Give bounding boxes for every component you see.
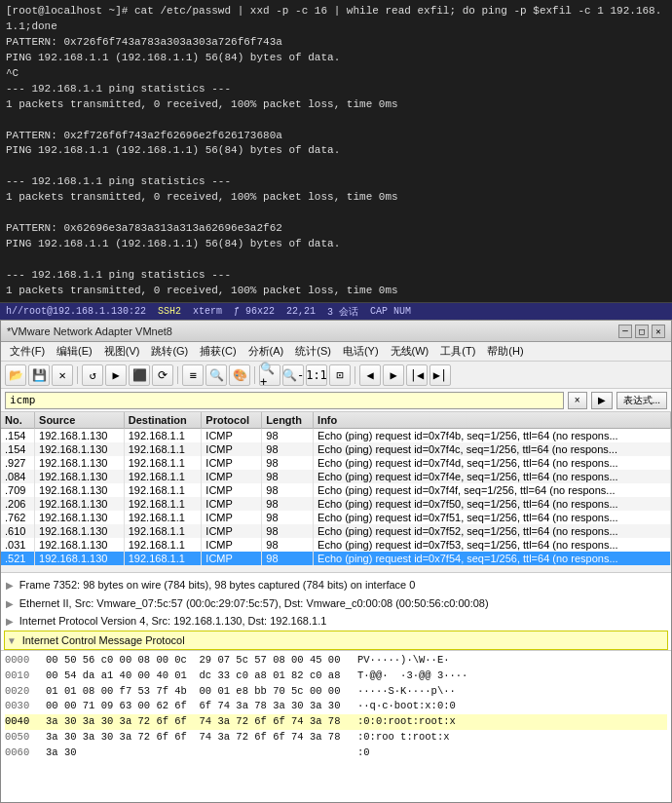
packet-list-header: No. Source Destination Protocol Length I… xyxy=(1,412,671,429)
toolbar-sep3 xyxy=(254,366,255,384)
minimize-button[interactable]: ─ xyxy=(618,325,632,338)
toolbar-sep4 xyxy=(355,366,355,384)
toolbar-filter[interactable]: 🔍 xyxy=(205,364,227,386)
filter-clear-button[interactable]: × xyxy=(568,392,587,409)
window-controls: ─ □ ✕ xyxy=(618,325,665,338)
table-row[interactable]: .521192.168.1.130192.168.1.1ICMP98Echo (… xyxy=(1,552,671,565)
toolbar-sep2 xyxy=(177,366,178,384)
hex-offset: 0060 xyxy=(5,746,46,761)
table-row[interactable]: .154192.168.1.130192.168.1.1ICMP98Echo (… xyxy=(1,442,671,456)
table-row[interactable]: .206192.168.1.130192.168.1.1ICMP98Echo (… xyxy=(1,497,671,511)
terminal-output: [root@localhost ~]# cat /etc/passwd | xx… xyxy=(0,0,672,302)
table-row[interactable]: .154192.168.1.130192.168.1.1ICMP98Echo (… xyxy=(1,429,671,443)
menu-item-9[interactable]: 工具(T) xyxy=(435,343,480,360)
menu-item-1[interactable]: 编辑(E) xyxy=(52,343,97,360)
toolbar-save[interactable]: 💾 xyxy=(28,364,50,386)
hex-ascii: :0:0:root:root:x xyxy=(357,714,456,730)
wireshark-menubar: 文件(F)编辑(E)视图(V)跳转(G)捕获(C)分析(A)统计(S)电话(Y)… xyxy=(1,342,671,362)
wireshark-filterbar: × ▶ 表达式... xyxy=(1,389,671,412)
hex-ascii: ··q·c·boot:x:0:0 xyxy=(357,699,456,714)
filter-input[interactable] xyxy=(5,392,564,409)
filter-expression-button[interactable]: 表达式... xyxy=(616,392,667,409)
wireshark-title: *VMware Network Adapter VMnet8 xyxy=(7,325,172,337)
table-row[interactable]: .927192.168.1.130192.168.1.1ICMP98Echo (… xyxy=(1,456,671,470)
toolbar-zoom-norm[interactable]: 1:1 xyxy=(306,364,327,386)
menu-item-2[interactable]: 视图(V) xyxy=(99,343,145,360)
hex-offset: 0030 xyxy=(5,699,46,714)
wireshark-window: *VMware Network Adapter VMnet8 ─ □ ✕ 文件(… xyxy=(0,320,672,803)
statusbar-sessions: 3 会话 xyxy=(327,305,358,319)
toolbar-capture[interactable]: ▶ xyxy=(105,364,127,386)
toolbar-zoom-in[interactable]: 🔍+ xyxy=(259,364,280,386)
hex-ascii: ·····S·K····p\·· xyxy=(357,684,456,700)
detail-item-1: ▶ Ethernet II, Src: Vmware_07:5c:57 (00:… xyxy=(4,594,668,613)
statusbar-size: ƒ 96x22 xyxy=(234,306,275,317)
col-protocol: Protocol xyxy=(202,412,262,429)
detail-item-2: ▶ Internet Protocol Version 4, Src: 192.… xyxy=(4,612,668,631)
toolbar-go-next[interactable]: ▶ xyxy=(383,364,404,386)
hex-row-2: 0020 01 01 08 00 f7 53 7f 4b 00 01 e8 bb… xyxy=(5,684,667,700)
menu-item-0[interactable]: 文件(F) xyxy=(5,343,50,360)
hex-ascii: :0:roo t:root:x xyxy=(357,730,450,746)
toolbar-go-first[interactable]: |◀ xyxy=(406,364,428,386)
hex-offset: 0040 xyxy=(5,714,46,730)
menu-item-7[interactable]: 电话(Y) xyxy=(338,343,384,360)
maximize-button[interactable]: □ xyxy=(635,325,649,338)
hex-row-3: 0030 00 00 71 09 63 00 62 6f 6f 74 3a 78… xyxy=(5,699,667,714)
hex-row-6: 0060 3a 30 :0 xyxy=(5,746,667,761)
hex-row-4: 0040 3a 30 3a 30 3a 72 6f 6f 74 3a 72 6f… xyxy=(5,714,667,730)
hex-bytes: 00 00 71 09 63 00 62 6f 6f 74 3a 78 3a 3… xyxy=(46,699,357,714)
toolbar-go-prev[interactable]: ◀ xyxy=(359,364,381,386)
toolbar-stop[interactable]: ⬛ xyxy=(129,364,150,386)
table-row[interactable]: .031192.168.1.130192.168.1.1ICMP98Echo (… xyxy=(1,538,671,552)
toolbar-open[interactable]: 📂 xyxy=(5,364,26,386)
col-length: Length xyxy=(262,412,314,429)
hex-bytes: 00 50 56 c0 00 08 00 0c 29 07 5c 57 08 0… xyxy=(46,653,357,669)
toolbar-zoom-out[interactable]: 🔍- xyxy=(282,364,304,386)
packet-list-body: .154192.168.1.130192.168.1.1ICMP98Echo (… xyxy=(1,429,671,566)
detail-item-0: ▶ Frame 7352: 98 bytes on wire (784 bits… xyxy=(4,576,668,594)
menu-item-8[interactable]: 无线(W) xyxy=(386,343,434,360)
table-row[interactable]: .084192.168.1.130192.168.1.1ICMP98Echo (… xyxy=(1,470,671,483)
close-button[interactable]: ✕ xyxy=(652,325,665,338)
col-info: Info xyxy=(314,412,671,429)
hex-ascii: :0 xyxy=(357,746,370,761)
menu-item-3[interactable]: 跳转(G) xyxy=(146,343,193,360)
hex-row-0: 0000 00 50 56 c0 00 08 00 0c 29 07 5c 57… xyxy=(5,653,667,669)
hex-bytes: 3a 30 xyxy=(46,746,357,761)
menu-item-6[interactable]: 统计(S) xyxy=(290,343,336,360)
table-row[interactable]: .709192.168.1.130192.168.1.1ICMP98Echo (… xyxy=(1,483,671,497)
hex-bytes: 00 54 da a1 40 00 40 01 dc 33 c0 a8 01 8… xyxy=(46,669,357,684)
detail-item-3: ▼ Internet Control Message Protocol xyxy=(4,631,668,651)
detail-triangle-icon: ▼ xyxy=(7,635,19,646)
hex-offset: 0010 xyxy=(5,669,46,684)
menu-item-5[interactable]: 分析(A) xyxy=(243,343,289,360)
toolbar-zoom-fit[interactable]: ⊡ xyxy=(329,364,351,386)
filter-arrow-button[interactable]: ▶ xyxy=(591,392,613,409)
toolbar-reload[interactable]: ↺ xyxy=(82,364,103,386)
hex-bytes: 01 01 08 00 f7 53 7f 4b 00 01 e8 bb 70 5… xyxy=(46,684,357,700)
table-row[interactable]: .610192.168.1.130192.168.1.1ICMP98Echo (… xyxy=(1,524,671,538)
menu-item-10[interactable]: 帮助(H) xyxy=(482,343,528,360)
statusbar-host: h//root@192.168.1.130:22 xyxy=(6,306,146,317)
wireshark-packet-list: No. Source Destination Protocol Length I… xyxy=(1,412,671,573)
menu-item-4[interactable]: 捕获(C) xyxy=(195,343,241,360)
hex-offset: 0000 xyxy=(5,653,46,669)
statusbar-caps: CAP NUM xyxy=(370,306,411,317)
toolbar-go-last[interactable]: ▶| xyxy=(429,364,451,386)
toolbar-coloring[interactable]: 🎨 xyxy=(229,364,250,386)
detail-triangle-icon: ▶ xyxy=(6,616,17,627)
hex-bytes: 3a 30 3a 30 3a 72 6f 6f 74 3a 72 6f 6f 7… xyxy=(46,714,357,730)
wireshark-toolbar: 📂 💾 ✕ ↺ ▶ ⬛ ⟳ ≡ 🔍 🎨 🔍+ 🔍- 1:1 ⊡ ◀ ▶ |◀ ▶… xyxy=(1,362,671,389)
hex-ascii: T·@@· ·3·@@ 3···· xyxy=(357,669,467,684)
toolbar-close[interactable]: ✕ xyxy=(52,364,73,386)
toolbar-sep1 xyxy=(77,366,78,384)
table-row[interactable]: .762192.168.1.130192.168.1.1ICMP98Echo (… xyxy=(1,511,671,524)
detail-triangle-icon: ▶ xyxy=(6,598,17,609)
toolbar-restart[interactable]: ⟳ xyxy=(152,364,173,386)
wireshark-hex-dump: 0000 00 50 56 c0 00 08 00 0c 29 07 5c 57… xyxy=(1,651,671,802)
statusbar-term: xterm xyxy=(193,306,222,317)
hex-row-5: 0050 3a 30 3a 30 3a 72 6f 6f 74 3a 72 6f… xyxy=(5,730,667,746)
hex-bytes: 3a 30 3a 30 3a 72 6f 6f 74 3a 72 6f 6f 7… xyxy=(46,730,357,746)
toolbar-scroll[interactable]: ≡ xyxy=(182,364,204,386)
